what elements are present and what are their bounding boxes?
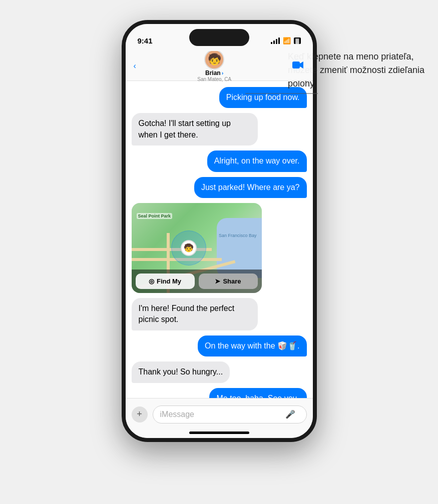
message-row: Just parked! Where are ya? bbox=[132, 177, 307, 198]
map-image: Seal Point Park San Francisco Bay 🧒 bbox=[132, 203, 262, 293]
contact-subtitle: San Mateo, CA bbox=[197, 76, 231, 82]
nav-bar: ‹ 🧒 Brian › San Mateo, CA bbox=[126, 51, 313, 81]
message-row: Thank you! So hungry... bbox=[132, 362, 307, 382]
map-park-label: Seal Point Park bbox=[137, 213, 173, 219]
message-bubble: I'm here! Found the perfect picnic spot. bbox=[132, 298, 258, 330]
message-row: I'm here! Found the perfect picnic spot. bbox=[132, 298, 307, 330]
phone-frame: 9:41 📶 ▓ ‹ 🧒 Brian › bbox=[122, 20, 317, 442]
contact-name: Brian › bbox=[205, 70, 223, 76]
message-row: On the way with the 🥡🥤. bbox=[132, 336, 307, 356]
map-location-pulse: 🧒 bbox=[181, 240, 197, 256]
message-bubble: Thank you! So hungry... bbox=[132, 362, 230, 382]
status-icons: 📶 ▓ bbox=[271, 37, 300, 44]
share-label: Share bbox=[223, 278, 241, 285]
annotation-connector bbox=[245, 88, 246, 88]
find-my-button[interactable]: ◎ Find My bbox=[136, 274, 195, 289]
contact-info[interactable]: 🧒 Brian › San Mateo, CA bbox=[197, 50, 231, 82]
contact-name-chevron: › bbox=[222, 70, 224, 76]
back-chevron-icon: ‹ bbox=[134, 62, 136, 70]
home-indicator bbox=[189, 432, 249, 434]
video-call-button[interactable] bbox=[292, 60, 304, 72]
svg-rect-0 bbox=[292, 62, 300, 68]
status-time: 9:41 bbox=[138, 36, 153, 45]
message-row: Gotcha! I'll start setting up when I get… bbox=[132, 113, 307, 146]
share-button[interactable]: ➤ Share bbox=[199, 274, 258, 289]
message-bubble: Me too, haha. See you shortly! 😎 bbox=[209, 388, 306, 398]
battery-icon: ▓ bbox=[294, 38, 300, 44]
map-bay-label: San Francisco Bay bbox=[219, 233, 257, 239]
message-bubble: Just parked! Where are ya? bbox=[194, 177, 307, 198]
dynamic-island bbox=[189, 29, 249, 46]
share-icon: ➤ bbox=[215, 278, 220, 285]
messages-area: Picking up food now. Gotcha! I'll start … bbox=[126, 81, 313, 398]
message-bubble: Gotcha! I'll start setting up when I get… bbox=[132, 113, 258, 146]
message-input[interactable]: iMessage 🎤 bbox=[153, 406, 307, 424]
find-my-label: Find My bbox=[157, 278, 181, 285]
location-avatar: 🧒 bbox=[181, 240, 197, 256]
message-placeholder: iMessage bbox=[160, 410, 194, 419]
mic-icon[interactable]: 🎤 bbox=[285, 410, 295, 419]
map-buttons: ◎ Find My ➤ Share bbox=[132, 270, 262, 293]
message-row: Seal Point Park San Francisco Bay 🧒 bbox=[132, 203, 307, 293]
find-my-icon: ◎ bbox=[149, 278, 154, 285]
map-bubble[interactable]: Seal Point Park San Francisco Bay 🧒 bbox=[132, 203, 262, 293]
message-bubble: Alright, on the way over. bbox=[207, 150, 307, 172]
back-button[interactable]: ‹ bbox=[134, 62, 136, 70]
message-bubble: On the way with the 🥡🥤. bbox=[198, 336, 306, 356]
signal-icon bbox=[271, 37, 280, 44]
add-attachment-button[interactable]: + bbox=[132, 406, 148, 422]
avatar: 🧒 bbox=[204, 50, 224, 70]
message-row: Me too, haha. See you shortly! 😎 Deliver… bbox=[132, 388, 307, 398]
message-row: Picking up food now. bbox=[132, 87, 307, 108]
message-row: Alright, on the way over. bbox=[132, 150, 307, 172]
wifi-icon: 📶 bbox=[283, 37, 291, 44]
map-water bbox=[217, 218, 262, 278]
